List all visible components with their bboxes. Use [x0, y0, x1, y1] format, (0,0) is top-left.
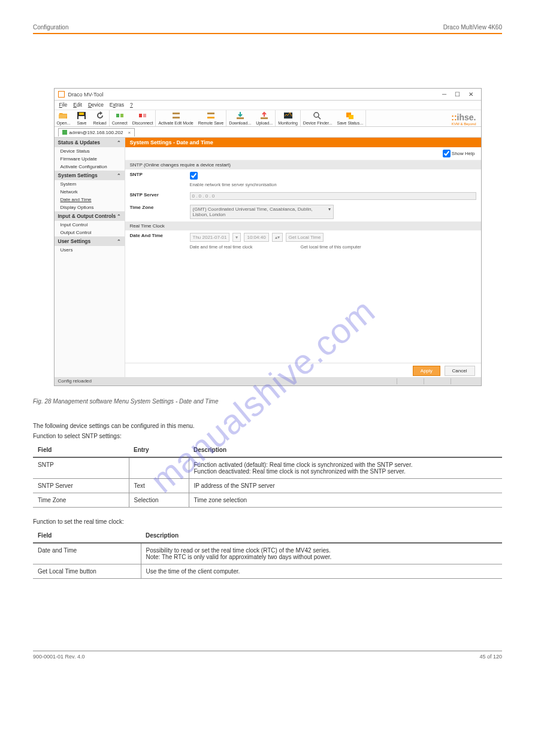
- sidebar-item-output-control[interactable]: Output Control: [55, 229, 125, 236]
- table-row: Time Zone Selection Time zone selection: [33, 493, 502, 508]
- dialog-buttons: Apply Cancel: [125, 363, 481, 377]
- reload-button[interactable]: Reload: [90, 110, 108, 126]
- status-text: Config reloaded: [58, 378, 397, 384]
- device-finder-button[interactable]: Device Finder...: [301, 110, 335, 126]
- footer-right: 45 of 120: [479, 654, 502, 660]
- table2-head-0: Field: [33, 529, 141, 543]
- chevron-up-icon: ⌃: [117, 239, 121, 244]
- show-help-checkbox[interactable]: [443, 150, 451, 157]
- table-row: Date and Time Possibility to read or set…: [33, 543, 502, 564]
- app-window: Draco MV-Tool ─ ☐ ✕ File Edit Device Ext…: [54, 88, 482, 386]
- disconnect-button[interactable]: Disconnect: [130, 110, 156, 126]
- sntp-settings-table: Field Entry Description SNTP Function ac…: [33, 443, 502, 508]
- table2-head-1: Description: [141, 529, 502, 543]
- sidebar-item-firmware-update[interactable]: Firmware Update: [55, 155, 125, 163]
- download-icon: [235, 111, 245, 120]
- doc-header: Configuration Draco MultiView 4K60: [33, 24, 502, 34]
- sidebar-item-date-and-time[interactable]: Date and Time: [55, 196, 125, 204]
- chevron-down-icon: ▾: [328, 207, 331, 217]
- body-text-3: Function to set the real time clock:: [33, 518, 502, 525]
- window-close-icon[interactable]: ✕: [464, 90, 477, 99]
- session-tab[interactable]: admin@192.168.100.202 ×: [58, 128, 135, 136]
- open-button[interactable]: Open...: [55, 110, 73, 126]
- menu-extras[interactable]: Extras: [110, 102, 124, 108]
- menu-file[interactable]: File: [59, 102, 68, 108]
- svg-rect-11: [237, 117, 244, 119]
- chevron-up-icon: ⌃: [117, 173, 121, 178]
- table1-head-0: Field: [33, 443, 129, 457]
- table1-head-1: Entry: [129, 443, 189, 457]
- apply-button[interactable]: Apply: [413, 366, 440, 376]
- sntp-section-header: SNTP (Online changes require a device re…: [125, 160, 481, 169]
- menu-edit[interactable]: Edit: [73, 102, 82, 108]
- sidebar-item-input-control[interactable]: Input Control: [55, 221, 125, 229]
- connect-icon: [115, 111, 125, 120]
- sidebar-item-display-options[interactable]: Display Options: [55, 204, 125, 211]
- content-title: System Settings - Date and Time: [125, 138, 481, 147]
- table1-head-2: Description: [189, 443, 502, 457]
- app-icon: [58, 91, 65, 98]
- svg-rect-7: [173, 113, 180, 114]
- date-input[interactable]: Thu 2021-07-01: [190, 233, 230, 242]
- doc-header-right: Draco MultiView 4K60: [443, 24, 502, 31]
- sidebar-section-io[interactable]: Input & Output Controls ⌃: [55, 211, 125, 221]
- content-pane: System Settings - Date and Time Show Hel…: [125, 138, 481, 377]
- svg-rect-3: [116, 114, 119, 117]
- chevron-up-icon: ⌃: [117, 140, 121, 145]
- show-help-row: Show Help: [125, 147, 481, 160]
- sidebar-item-activate-config[interactable]: Activate Configuration: [55, 163, 125, 171]
- save-status-button[interactable]: Save Status...: [335, 110, 366, 126]
- time-spinner-icon[interactable]: ▴▾: [272, 233, 283, 242]
- session-tab-label: admin@192.168.100.202: [69, 130, 123, 135]
- menu-help[interactable]: ?: [130, 102, 133, 108]
- window-minimize-icon[interactable]: ─: [438, 90, 451, 99]
- svg-rect-1: [79, 113, 84, 115]
- timezone-select[interactable]: (GMT) Coordinated Universal Time, Casabl…: [190, 205, 334, 219]
- body-text-1: The following device settings can be con…: [33, 423, 502, 429]
- doc-footer: 900-0001-01 Rev. 4.0 45 of 120: [33, 651, 502, 660]
- window-maximize-icon[interactable]: ☐: [451, 90, 464, 99]
- sidebar-section-system[interactable]: System Settings ⌃: [55, 171, 125, 180]
- sidebar-section-status[interactable]: Status & Updates ⌃: [55, 138, 125, 147]
- sidebar-item-network[interactable]: Network: [55, 188, 125, 196]
- table-row: Get Local Time button Use the time of th…: [33, 564, 502, 579]
- sntp-server-input[interactable]: 0 . 0 . 0 . 0: [190, 192, 476, 200]
- title-bar: Draco MV-Tool ─ ☐ ✕: [55, 89, 481, 101]
- time-input[interactable]: 10:04:40: [244, 233, 268, 242]
- folder-open-icon: [59, 111, 68, 120]
- connect-button[interactable]: Connect: [110, 110, 130, 126]
- upload-button[interactable]: Upload...: [253, 110, 275, 126]
- tab-close-icon[interactable]: ×: [128, 130, 131, 135]
- table-row: SNTP Server Text IP address of the SNTP …: [33, 479, 502, 493]
- remote-save-icon: [206, 111, 216, 120]
- sidebar-item-device-status[interactable]: Device Status: [55, 147, 125, 155]
- sidebar-item-system[interactable]: System: [55, 180, 125, 188]
- device-finder-icon: [313, 111, 322, 120]
- save-button[interactable]: Save: [72, 110, 90, 126]
- status-bar: Config reloaded: [55, 377, 481, 385]
- svg-rect-12: [261, 117, 268, 119]
- sntp-checkbox[interactable]: [190, 172, 198, 180]
- toolbar: Open... Save Reload Connect: [55, 110, 481, 127]
- svg-rect-8: [173, 117, 180, 119]
- datetime-label: Date And Time: [130, 233, 190, 238]
- cancel-button[interactable]: Cancel: [445, 366, 475, 376]
- disconnect-icon: [138, 111, 147, 120]
- floppy-save-icon: [77, 111, 86, 120]
- svg-point-14: [314, 113, 319, 117]
- menu-device[interactable]: Device: [88, 102, 104, 108]
- sidebar-item-users[interactable]: Users: [55, 246, 125, 254]
- activate-edit-mode-button[interactable]: Activate Edit Mode: [156, 110, 195, 126]
- edit-mode-icon: [171, 111, 181, 120]
- download-button[interactable]: Download...: [226, 110, 253, 126]
- table-row: SNTP Function activated (default): Real …: [33, 457, 502, 479]
- app-title: Draco MV-Tool: [68, 92, 438, 98]
- datetime-hint2: Get local time of this computer: [301, 244, 361, 250]
- remote-save-button[interactable]: Remote Save: [196, 110, 226, 126]
- svg-rect-4: [120, 114, 123, 117]
- sidebar-section-user[interactable]: User Settings ⌃: [55, 236, 125, 246]
- monitoring-button[interactable]: Monitoring: [276, 110, 300, 126]
- date-dropdown-icon[interactable]: ▾: [232, 233, 241, 242]
- session-tab-row: admin@192.168.100.202 ×: [55, 127, 481, 138]
- get-local-time-button[interactable]: Get Local Time: [286, 233, 324, 242]
